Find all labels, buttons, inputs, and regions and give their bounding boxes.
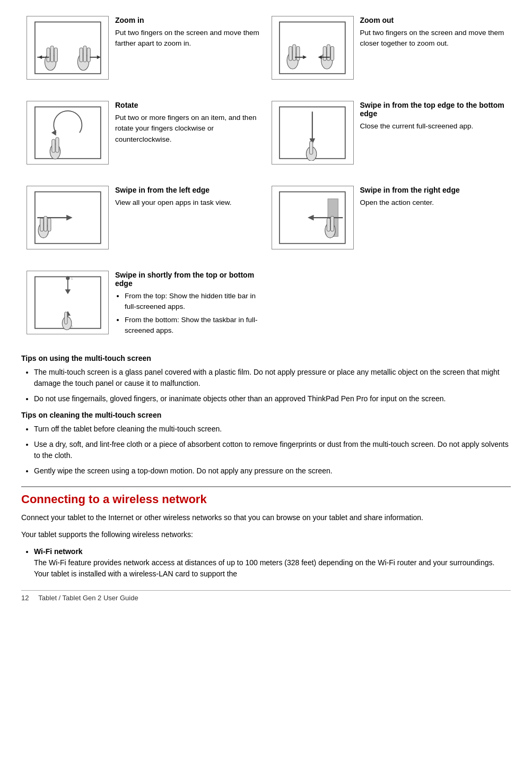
tips-clean-item-2: Use a dry, soft, and lint-free cloth or … bbox=[34, 439, 511, 461]
swipe-short-image: ↓ ↑ bbox=[27, 271, 109, 334]
wireless-supports: Your tablet supports the following wirel… bbox=[21, 529, 511, 540]
zoom-out-desc: Put two fingers on the screen and move t… bbox=[360, 28, 506, 49]
svg-rect-43 bbox=[47, 218, 50, 231]
swipe-top-text: Swipe in from the top edge to the bottom… bbox=[360, 101, 506, 132]
svg-rect-9 bbox=[87, 48, 90, 62]
gesture-row-4: ↓ ↑ Swipe in shortly from the top or bot… bbox=[21, 265, 511, 349]
svg-rect-7 bbox=[80, 48, 83, 62]
tips-clean-section: Tips on cleaning the multi-touch screen … bbox=[21, 411, 511, 477]
svg-rect-17 bbox=[293, 45, 296, 61]
swipe-right-image bbox=[272, 186, 354, 249]
svg-rect-49 bbox=[327, 218, 330, 231]
swipe-left-text: Swipe in from the left edge View all you… bbox=[115, 186, 261, 208]
svg-rect-50 bbox=[331, 216, 334, 231]
swipe-top-title: Swipe in from the top edge to the bottom… bbox=[360, 101, 506, 118]
svg-rect-18 bbox=[296, 46, 300, 61]
zoom-out-title: Zoom out bbox=[360, 16, 506, 24]
zoom-in-title: Zoom in bbox=[115, 16, 261, 24]
swipe-short-bullets: From the top: Show the hidden title bar … bbox=[125, 291, 261, 336]
svg-rect-22 bbox=[331, 46, 334, 61]
svg-rect-20 bbox=[323, 46, 326, 61]
tips-touch-item-1: The multi-touch screen is a glass panel … bbox=[34, 367, 511, 389]
gesture-row-3: Swipe in from the left edge View all you… bbox=[21, 180, 511, 260]
wifi-network-item: Wi-Fi network The Wi-Fi feature provides… bbox=[34, 546, 511, 580]
svg-rect-41 bbox=[40, 218, 43, 231]
gesture-swipe-top: Swipe in from the top edge to the bottom… bbox=[266, 96, 511, 175]
tips-touch-section: Tips on using the multi-touch screen The… bbox=[21, 354, 511, 404]
svg-rect-42 bbox=[43, 216, 47, 231]
wireless-network-list: Wi-Fi network The Wi-Fi feature provides… bbox=[34, 546, 511, 580]
zoom-out-text: Zoom out Put two fingers on the screen a… bbox=[360, 16, 506, 49]
gesture-swipe-short: ↓ ↑ Swipe in shortly from the top or bot… bbox=[21, 265, 266, 349]
section-divider bbox=[21, 486, 511, 487]
tips-clean-list: Turn off the tablet before cleaning the … bbox=[34, 424, 511, 477]
wireless-intro: Connect your tablet to the Internet or o… bbox=[21, 512, 511, 523]
rotate-title: Rotate bbox=[115, 101, 261, 109]
tips-touch-title: Tips on using the multi-touch screen bbox=[21, 354, 511, 362]
rotate-image bbox=[27, 101, 109, 165]
footer-title: Tablet / Tablet Gen 2 User Guide bbox=[38, 594, 138, 602]
footer: 12 Tablet / Tablet Gen 2 User Guide bbox=[21, 590, 511, 602]
wifi-network-name: Wi-Fi network bbox=[34, 547, 83, 556]
swipe-top-desc: Close the current full-screened app. bbox=[360, 121, 506, 132]
swipe-left-title: Swipe in from the left edge bbox=[115, 186, 261, 194]
wireless-heading: Connecting to a wireless network bbox=[21, 493, 511, 506]
zoom-out-image bbox=[272, 16, 354, 80]
svg-rect-4 bbox=[54, 48, 57, 62]
svg-rect-61 bbox=[64, 312, 67, 324]
svg-text:↓: ↓ bbox=[71, 276, 73, 281]
tips-touch-item-2: Do not use fingernails, gloved fingers, … bbox=[34, 393, 511, 404]
svg-rect-21 bbox=[327, 45, 330, 61]
gesture-zoom-out: Zoom out Put two fingers on the screen a… bbox=[266, 11, 511, 90]
swipe-top-image bbox=[272, 101, 354, 165]
zoom-in-desc: Put two fingers on the screen and move t… bbox=[115, 28, 261, 49]
gesture-row-1: Zoom in Put two fingers on the screen an… bbox=[21, 11, 511, 90]
svg-rect-2 bbox=[47, 48, 50, 62]
tips-clean-item-1: Turn off the tablet before cleaning the … bbox=[34, 424, 511, 435]
swipe-short-title: Swipe in shortly from the top or bottom … bbox=[115, 271, 261, 288]
rotate-desc: Put two or more fingers on an item, and … bbox=[115, 113, 261, 145]
svg-rect-31 bbox=[55, 137, 58, 152]
svg-rect-27 bbox=[35, 107, 101, 158]
svg-point-54 bbox=[66, 276, 69, 280]
swipe-short-text: Swipe in shortly from the top or bottom … bbox=[115, 271, 261, 338]
gesture-zoom-in: Zoom in Put two fingers on the screen an… bbox=[21, 11, 266, 90]
gesture-row-2: Rotate Put two or more fingers on an ite… bbox=[21, 96, 511, 175]
svg-rect-36 bbox=[310, 141, 313, 154]
footer-page: 12 bbox=[21, 594, 29, 602]
svg-rect-16 bbox=[289, 46, 292, 61]
svg-rect-8 bbox=[83, 46, 86, 62]
gesture-rotate: Rotate Put two or more fingers on an ite… bbox=[21, 96, 266, 175]
tips-clean-title: Tips on cleaning the multi-touch screen bbox=[21, 411, 511, 419]
swipe-short-bullet-1: From the top: Show the hidden title bar … bbox=[125, 291, 261, 313]
svg-rect-30 bbox=[51, 139, 55, 152]
empty-cell bbox=[266, 265, 511, 349]
rotate-text: Rotate Put two or more fingers on an ite… bbox=[115, 101, 261, 145]
wireless-section: Connecting to a wireless network Connect… bbox=[21, 493, 511, 580]
zoom-in-image bbox=[27, 16, 109, 80]
wifi-network-desc: The Wi-Fi feature provides network acces… bbox=[34, 558, 494, 578]
gesture-swipe-left: Swipe in from the left edge View all you… bbox=[21, 180, 266, 260]
svg-rect-0 bbox=[35, 22, 101, 73]
gesture-swipe-right: Swipe in from the right edge Open the ac… bbox=[266, 180, 511, 260]
swipe-right-desc: Open the action center. bbox=[360, 197, 506, 208]
swipe-left-image bbox=[27, 186, 109, 249]
svg-rect-3 bbox=[50, 46, 54, 62]
tips-touch-list: The multi-touch screen is a glass panel … bbox=[34, 367, 511, 404]
zoom-in-text: Zoom in Put two fingers on the screen an… bbox=[115, 16, 261, 49]
swipe-right-text: Swipe in from the right edge Open the ac… bbox=[360, 186, 506, 208]
swipe-right-title: Swipe in from the right edge bbox=[360, 186, 506, 194]
tips-clean-item-3: Gently wipe the screen using a top-down … bbox=[34, 465, 511, 477]
swipe-left-desc: View all your open apps in task view. bbox=[115, 197, 261, 208]
swipe-short-bullet-2: From the bottom: Show the taskbar in ful… bbox=[125, 315, 261, 336]
